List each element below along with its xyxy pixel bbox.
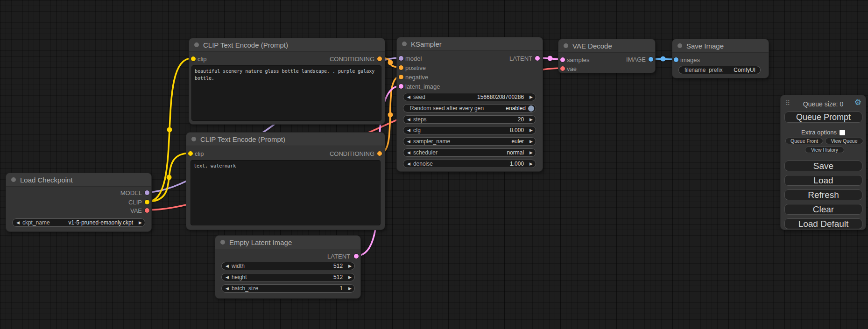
- widget-label: batch_size: [232, 285, 258, 292]
- prompt-textarea[interactable]: text, watermark: [191, 160, 381, 225]
- queue-front-button[interactable]: Queue Front: [785, 138, 823, 144]
- decrement-arrow-icon[interactable]: ◀: [226, 287, 229, 291]
- input-port-model[interactable]: [399, 56, 403, 61]
- node-clip-text-encode-positive[interactable]: CLIP Text Encode (Prompt) clip CONDITION…: [189, 38, 385, 125]
- output-port-image[interactable]: [649, 57, 653, 62]
- link-dot-clip2[interactable]: [167, 175, 172, 180]
- link-dot-clip1[interactable]: [167, 127, 172, 133]
- collapse-dot[interactable]: [191, 137, 196, 141]
- decrement-arrow-icon[interactable]: ◀: [407, 151, 410, 155]
- decrement-arrow-icon[interactable]: ◀: [407, 140, 410, 144]
- widget-denoise[interactable]: ◀ denoise 1.000 ▶: [403, 160, 536, 168]
- widget-cfg[interactable]: ◀ cfg 8.000 ▶: [403, 126, 536, 134]
- node-vae-decode[interactable]: VAE Decode samples vae IMAGE: [558, 39, 656, 73]
- node-title: CLIP Text Encode (Prompt): [203, 41, 288, 49]
- increment-arrow-icon[interactable]: ▶: [529, 140, 533, 144]
- decrement-arrow-icon[interactable]: ◀: [226, 264, 229, 268]
- increment-arrow-icon[interactable]: ▶: [348, 287, 352, 291]
- input-port-negative[interactable]: [399, 75, 403, 79]
- node-title-bar[interactable]: Save Image: [672, 39, 769, 53]
- link-dot-negative[interactable]: [388, 112, 393, 118]
- increment-arrow-icon[interactable]: ▶: [139, 221, 142, 225]
- widget-random-seed[interactable]: Random seed after every gen enabled: [403, 104, 536, 112]
- decrement-arrow-icon[interactable]: ◀: [407, 118, 410, 122]
- widget-filename-prefix[interactable]: filename_prefix ComfyUI: [678, 66, 761, 74]
- link-dot-samples[interactable]: [548, 56, 553, 61]
- widget-scheduler[interactable]: ◀ scheduler normal ▶: [403, 148, 536, 157]
- input-port-positive[interactable]: [399, 65, 403, 70]
- queue-panel[interactable]: ⠿ Queue size: 0 ⚙ Queue Prompt Extra opt…: [780, 95, 866, 230]
- clear-button[interactable]: Clear: [784, 204, 862, 215]
- node-save-image[interactable]: Save Image images filename_prefix ComfyU…: [672, 39, 769, 78]
- node-title-bar[interactable]: Empty Latent Image: [215, 236, 360, 249]
- widget-value: 156680208700286: [477, 94, 524, 100]
- view-queue-button[interactable]: View Queue: [825, 138, 863, 144]
- decrement-arrow-icon[interactable]: ◀: [226, 275, 229, 280]
- node-title-bar[interactable]: CLIP Text Encode (Prompt): [186, 133, 385, 146]
- load-default-button[interactable]: Load Default: [784, 218, 862, 229]
- node-title: KSampler: [411, 40, 442, 48]
- queue-prompt-button[interactable]: Queue Prompt: [784, 112, 862, 123]
- widget-seed[interactable]: ◀ seed 156680208700286 ▶: [403, 93, 536, 101]
- widget-value: euler: [511, 138, 524, 145]
- link-dot-positive[interactable]: [388, 60, 393, 65]
- refresh-button[interactable]: Refresh: [784, 189, 862, 200]
- node-empty-latent-image[interactable]: Empty Latent Image LATENT ◀ width 512 ▶ …: [215, 235, 361, 299]
- widget-steps[interactable]: ◀ steps 20 ▶: [403, 115, 536, 124]
- collapse-dot[interactable]: [11, 177, 16, 182]
- collapse-dot[interactable]: [220, 240, 225, 245]
- prompt-textarea[interactable]: beautiful scenery nature glass bottle la…: [191, 65, 381, 121]
- input-port-samples[interactable]: [560, 57, 565, 62]
- collapse-dot[interactable]: [564, 43, 568, 48]
- node-title-bar[interactable]: VAE Decode: [558, 39, 655, 53]
- node-title-bar[interactable]: KSampler: [397, 37, 543, 51]
- decrement-arrow-icon[interactable]: ◀: [16, 221, 20, 225]
- input-port-images[interactable]: [674, 57, 678, 62]
- output-port-latent[interactable]: [354, 254, 359, 259]
- widget-batch-size[interactable]: ◀ batch_size 1 ▶: [221, 284, 355, 293]
- input-port-clip[interactable]: [188, 151, 193, 156]
- output-port-conditioning[interactable]: [377, 151, 382, 156]
- output-port-clip[interactable]: [145, 200, 149, 204]
- collapse-dot[interactable]: [677, 43, 682, 48]
- node-graph-canvas[interactable]: Load Checkpoint MODEL CLIP VAE ◀ ckpt_na…: [0, 0, 868, 329]
- view-history-button[interactable]: View History: [805, 147, 844, 153]
- save-button[interactable]: Save: [784, 161, 862, 171]
- increment-arrow-icon[interactable]: ▶: [348, 264, 352, 268]
- widget-ckpt-name[interactable]: ◀ ckpt_name v1-5-pruned-emaonly.ckpt ▶: [12, 218, 145, 227]
- input-port-vae[interactable]: [560, 66, 565, 71]
- node-title-bar[interactable]: Load Checkpoint: [6, 173, 151, 187]
- output-port-conditioning[interactable]: [377, 56, 382, 61]
- widget-sampler-name[interactable]: ◀ sampler_name euler ▶: [403, 137, 536, 146]
- node-ksampler[interactable]: KSampler model positive negative latent_…: [396, 37, 543, 172]
- increment-arrow-icon[interactable]: ▶: [529, 95, 533, 99]
- increment-arrow-icon[interactable]: ▶: [529, 118, 533, 122]
- decrement-arrow-icon[interactable]: ◀: [407, 95, 410, 99]
- decrement-arrow-icon[interactable]: ◀: [407, 162, 410, 166]
- link-dot-image[interactable]: [661, 56, 666, 62]
- gear-icon[interactable]: ⚙: [854, 98, 861, 106]
- increment-arrow-icon[interactable]: ▶: [348, 275, 352, 280]
- input-port-latent-image[interactable]: [399, 84, 403, 89]
- node-title-bar[interactable]: CLIP Text Encode (Prompt): [189, 38, 385, 52]
- node-load-checkpoint[interactable]: Load Checkpoint MODEL CLIP VAE ◀ ckpt_na…: [6, 173, 152, 232]
- node-clip-text-encode-negative[interactable]: CLIP Text Encode (Prompt) clip CONDITION…: [186, 132, 385, 230]
- increment-arrow-icon[interactable]: ▶: [529, 151, 533, 155]
- toggle-dot[interactable]: [528, 105, 534, 112]
- output-label-conditioning: CONDITIONING: [330, 150, 374, 157]
- output-port-vae[interactable]: [145, 208, 149, 213]
- output-port-model[interactable]: [145, 190, 149, 195]
- input-port-clip[interactable]: [191, 56, 196, 61]
- widget-value: v1-5-pruned-emaonly.ckpt: [69, 219, 134, 226]
- collapse-dot[interactable]: [194, 42, 199, 47]
- widget-width[interactable]: ◀ width 512 ▶: [221, 262, 355, 270]
- increment-arrow-icon[interactable]: ▶: [529, 128, 533, 133]
- decrement-arrow-icon[interactable]: ◀: [407, 128, 410, 133]
- increment-arrow-icon[interactable]: ▶: [529, 162, 533, 166]
- collapse-dot[interactable]: [402, 42, 407, 46]
- load-button[interactable]: Load: [784, 175, 862, 186]
- widget-label: denoise: [413, 161, 433, 167]
- output-port-latent[interactable]: [535, 56, 540, 61]
- extra-options-checkbox[interactable]: [840, 130, 845, 135]
- widget-height[interactable]: ◀ height 512 ▶: [221, 273, 355, 281]
